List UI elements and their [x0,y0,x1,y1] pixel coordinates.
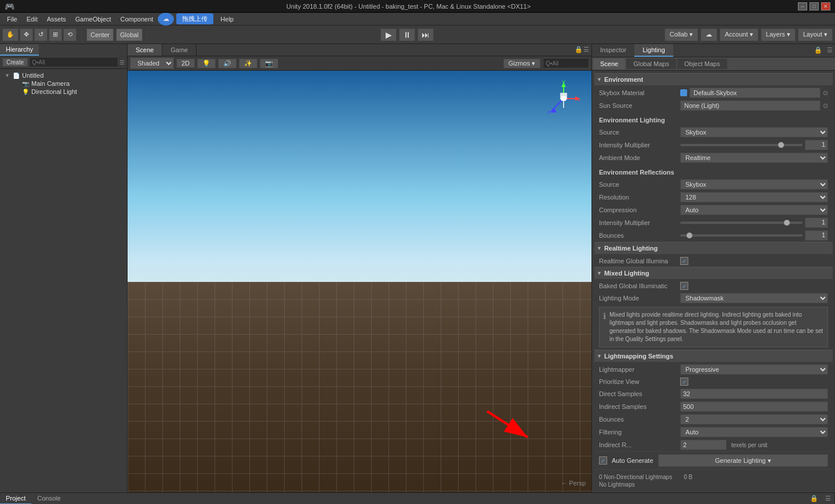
audio-btn[interactable]: 🔊 [218,59,237,68]
indirect-samples-input[interactable] [680,401,828,412]
baked-gi-row: Baked Global Illuminatic [594,280,833,292]
refl-intensity-slider[interactable] [680,222,803,224]
minimize-btn[interactable]: – [798,2,807,10]
game-tab[interactable]: Game [162,44,197,56]
refl-intensity-num[interactable]: 1 [805,217,828,228]
realtime-section-header[interactable]: ▼ Realtime Lighting [594,242,833,254]
move-tool[interactable]: ✥ [20,28,33,41]
scene-lock-icon[interactable]: 🔒 [576,44,581,55]
center-btn[interactable]: Center [86,28,114,41]
scene-subtab[interactable]: Scene [593,59,625,69]
realtime-gi-checkbox[interactable] [680,257,688,265]
menu-gameobject[interactable]: GameObject [71,14,116,24]
camera-icon: 📷 [22,81,29,87]
compression-label: Compression [599,206,680,213]
menu-edit[interactable]: Edit [22,14,42,24]
hierarchy-tab[interactable]: Hierarchy [0,44,39,56]
autogen-checkbox[interactable] [599,456,607,465]
panel-lock-icon[interactable]: 🔒 [812,44,825,57]
layers-btn[interactable]: Layers ▾ [761,28,796,41]
rotate-tool[interactable]: ↺ [34,28,48,41]
intensity-mult-row: Intensity Multiplier 1 [594,139,833,151]
hier-untitled[interactable]: ▼ 📄 Untitled [2,71,125,79]
baked-gi-checkbox[interactable] [680,282,688,290]
menu-assets[interactable]: Assets [42,14,71,24]
2d-btn[interactable]: 2D [176,59,195,68]
cloud-btn[interactable]: ☁ [700,28,717,41]
env-source-select[interactable]: Skybox [680,127,828,137]
console-tab[interactable]: Console [31,493,66,504]
hier-directional-light[interactable]: 💡 Directional Light [2,88,125,96]
bounces2-select[interactable]: 2 [680,414,828,425]
play-btn[interactable]: ▶ [380,28,397,41]
ambient-mode-select[interactable]: Realtime [680,153,828,163]
bounces-num[interactable]: 1 [805,230,828,241]
lights-btn[interactable]: 💡 [197,59,216,68]
menu-help[interactable]: Help [216,14,238,24]
gizmos-btn[interactable]: Gizmos ▾ [503,59,540,68]
panel-menu-icon[interactable]: ☰ [825,44,835,57]
intensity-mult-num[interactable]: 1 [805,140,828,150]
bounces-slider[interactable] [680,234,803,237]
project-tab[interactable]: Project [0,493,31,504]
mixed-section-header[interactable]: ▼ Mixed Lighting [594,267,833,279]
scene-search[interactable] [543,58,589,68]
inspector-tab[interactable]: Inspector [592,44,634,57]
global-btn[interactable]: Global [116,28,143,41]
lighting-mode-select[interactable]: Shadowmask [680,293,828,303]
generate-lighting-btn[interactable]: Generate Lighting ▾ [658,454,828,467]
hierarchy-create-btn[interactable]: Create [2,58,28,67]
resolution-select[interactable]: 128 [680,192,828,202]
refl-source-select[interactable]: Skybox [680,179,828,190]
project-lock-icon[interactable]: 🔒 [807,493,822,504]
step-btn[interactable]: ⏭ [418,28,434,41]
shading-mode-select[interactable]: Shaded [130,57,174,69]
close-btn[interactable]: ✕ [821,2,830,10]
hand-tool[interactable]: ✋ [2,28,19,41]
lightmapper-select[interactable]: Progressive [680,364,828,375]
hier-filter-icon[interactable]: ☰ [119,59,125,66]
filtering-select[interactable]: Auto [680,427,828,437]
scene-viewport[interactable]: x y z ← Persp [128,71,591,492]
collab-btn[interactable]: Collab ▾ [665,28,698,41]
object-maps-subtab[interactable]: Object Maps [677,59,727,69]
skybox-material-text[interactable]: Default-Skybox [689,88,821,98]
scene-menu-icon[interactable]: ☰ [581,44,591,55]
hierarchy-content: ▼ 📄 Untitled 📷 Main Camera 💡 Directional… [0,69,127,492]
sun-pick-icon[interactable]: ⊙ [823,102,828,110]
intensity-slider[interactable] [680,144,803,146]
lighting-stats: 0 Non-Directional Lightmaps 0 B No Light… [594,469,833,492]
global-maps-subtab[interactable]: Global Maps [626,59,676,69]
scale-tool[interactable]: ⊞ [49,28,62,41]
prioritize-checkbox[interactable] [680,378,688,386]
indirect-r-unit: texels per unit [731,442,767,448]
fx-btn[interactable]: ✨ [239,59,257,68]
filtering-row: Filtering Auto [594,426,833,438]
compression-select[interactable]: Auto [680,205,828,215]
menu-file[interactable]: File [2,14,22,24]
environment-section-header[interactable]: ▼ Environment [594,73,833,85]
resolution-val: 128 [680,192,828,202]
bounces-label: Bounces [599,232,680,239]
realtime-gi-row: Realtime Global Illumina [594,255,833,267]
pause-btn[interactable]: ⏸ [399,28,415,41]
lightmapping-section-header[interactable]: ▼ Lightmapping Settings [594,350,833,362]
scene-tab[interactable]: Scene [128,44,162,56]
upload-btn[interactable]: 拖拽上传 [176,13,213,24]
rect-tool[interactable]: ⟲ [63,28,77,41]
direct-samples-input[interactable] [680,389,828,399]
hierarchy-search[interactable] [29,57,118,67]
menu-component[interactable]: Component [115,14,158,24]
indirect-r-input[interactable] [680,440,727,450]
camera-settings-btn[interactable]: 📷 [260,59,278,68]
hier-main-camera[interactable]: 📷 Main Camera [2,79,125,88]
project-menu-icon[interactable]: ☰ [822,493,834,504]
account-btn[interactable]: Account ▾ [720,28,758,41]
autogen-bar: Auto Generate Generate Lighting ▾ [594,451,833,469]
lighting-tab[interactable]: Lighting [634,44,673,57]
sun-source-text[interactable]: None (Light) [680,100,821,111]
collab-icon[interactable]: ☁ [158,13,174,26]
maximize-btn[interactable]: □ [809,2,819,10]
skybox-pick-icon[interactable]: ⊙ [823,89,828,97]
layout-btn[interactable]: Layout ▾ [798,28,833,41]
